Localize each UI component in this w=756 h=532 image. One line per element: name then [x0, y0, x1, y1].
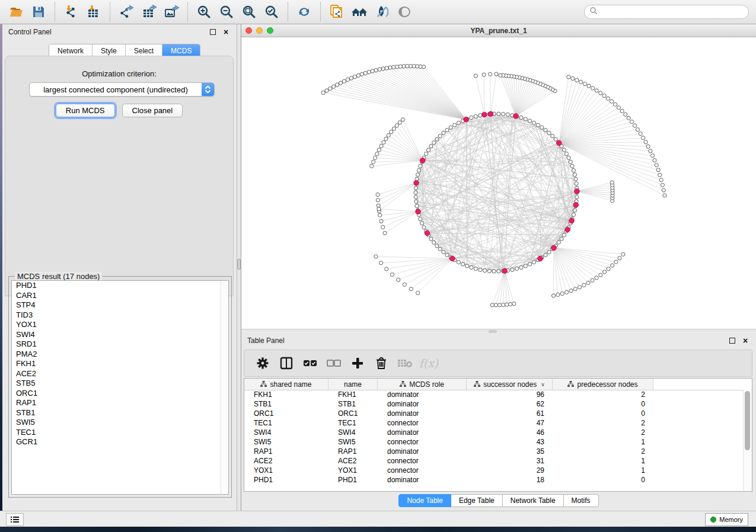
cell[interactable]: 2: [553, 428, 653, 437]
table-row[interactable]: PHD1PHD1dominator180: [244, 475, 744, 485]
network-leaf-node[interactable]: [371, 69, 374, 73]
network-leaf-node[interactable]: [663, 194, 666, 197]
network-window-titlebar[interactable]: YPA_prune.txt_1: [241, 24, 756, 37]
delete-icon[interactable]: [371, 353, 391, 373]
export-image-icon[interactable]: [162, 2, 181, 22]
mcds-result-item[interactable]: ACE2: [12, 369, 228, 379]
mcds-result-item[interactable]: SWI5: [12, 418, 228, 428]
network-leaf-node[interactable]: [374, 255, 378, 258]
network-leaf-node[interactable]: [569, 289, 573, 293]
network-node[interactable]: [470, 265, 473, 269]
network-leaf-node[interactable]: [613, 102, 617, 106]
network-leaf-node[interactable]: [630, 120, 633, 123]
network-node[interactable]: [449, 126, 452, 129]
cell[interactable]: dominator: [378, 447, 467, 456]
network-leaf-node[interactable]: [583, 82, 586, 85]
tab-style[interactable]: Style: [92, 44, 126, 57]
zoom-out-icon[interactable]: [217, 2, 236, 22]
table-row[interactable]: SWI5SWI5connector431: [244, 437, 744, 447]
network-leaf-node[interactable]: [335, 83, 339, 86]
network-leaf-node[interactable]: [474, 74, 477, 78]
table-row[interactable]: SWI4SWI4dominator462: [244, 428, 744, 437]
cell[interactable]: dominator: [378, 409, 467, 418]
network-leaf-node[interactable]: [624, 113, 627, 116]
network-node[interactable]: [435, 137, 439, 141]
network-leaf-node[interactable]: [392, 127, 395, 130]
network-leaf-node[interactable]: [656, 168, 660, 172]
network-mcds-node[interactable]: [575, 188, 580, 194]
mcds-result-item[interactable]: TEC1: [12, 428, 228, 438]
network-leaf-node[interactable]: [381, 67, 385, 70]
network-node[interactable]: [429, 145, 433, 148]
network-leaf-node[interactable]: [636, 128, 639, 132]
mcds-result-item[interactable]: SWI4: [12, 330, 228, 340]
mcds-result-item[interactable]: STB1: [12, 408, 228, 418]
network-leaf-node[interactable]: [376, 193, 379, 196]
mcds-result-list[interactable]: PHD1CAR1STP4TID3YOX1SWI4SRD1PMA2FKH1ACE2…: [11, 280, 229, 495]
run-mcds-button[interactable]: Run MCDS: [56, 104, 115, 117]
network-leaf-node[interactable]: [378, 68, 381, 71]
houses-icon[interactable]: [350, 2, 369, 22]
cell[interactable]: 1: [553, 438, 653, 446]
network-mcds-node[interactable]: [551, 245, 557, 251]
mcds-result-item[interactable]: STB5: [12, 379, 228, 389]
export-table-icon[interactable]: [139, 2, 158, 22]
network-leaf-node[interactable]: [575, 78, 579, 82]
cell[interactable]: 0: [553, 476, 653, 484]
network-node[interactable]: [544, 253, 547, 257]
network-node[interactable]: [554, 137, 557, 141]
cell[interactable]: STB1: [244, 400, 328, 408]
network-leaf-node[interactable]: [390, 130, 393, 134]
network-node[interactable]: [414, 200, 418, 203]
network-node[interactable]: [483, 269, 487, 273]
network-node[interactable]: [524, 264, 527, 268]
network-node[interactable]: [519, 116, 523, 119]
network-node[interactable]: [492, 270, 496, 273]
network-leaf-node[interactable]: [512, 302, 516, 306]
network-leaf-node[interactable]: [607, 267, 610, 271]
cell[interactable]: dominator: [378, 428, 467, 437]
network-leaf-node[interactable]: [378, 213, 382, 217]
mcds-result-item[interactable]: PMA2: [12, 350, 228, 360]
network-leaf-node[interactable]: [371, 160, 375, 164]
cell[interactable]: TEC1: [328, 419, 378, 427]
network-node[interactable]: [544, 129, 547, 132]
network-mcds-node[interactable]: [502, 268, 508, 274]
network-leaf-node[interactable]: [402, 65, 406, 68]
network-leaf-node[interactable]: [390, 273, 394, 276]
column-header-predecessor-nodes[interactable]: predecessor nodes: [553, 379, 653, 390]
network-leaf-node[interactable]: [639, 132, 642, 135]
optimization-criterion-select[interactable]: largest connected component (undirected): [29, 82, 215, 97]
network-leaf-node[interactable]: [384, 137, 388, 140]
network-node[interactable]: [422, 226, 426, 229]
network-node[interactable]: [506, 113, 509, 116]
network-leaf-node[interactable]: [627, 116, 630, 120]
network-leaf-node[interactable]: [325, 89, 328, 92]
network-leaf-node[interactable]: [610, 181, 614, 184]
table-row[interactable]: YOX1YOX1connector291: [244, 466, 744, 475]
cell[interactable]: ACE2: [244, 457, 328, 465]
network-leaf-node[interactable]: [382, 140, 385, 144]
eye-icon[interactable]: [395, 2, 414, 22]
network-leaf-node[interactable]: [646, 145, 650, 148]
network-node[interactable]: [457, 261, 460, 264]
network-leaf-node[interactable]: [565, 290, 569, 294]
network-leaf-node[interactable]: [375, 152, 379, 156]
network-leaf-node[interactable]: [392, 65, 395, 69]
network-leaf-node[interactable]: [587, 84, 591, 88]
cell[interactable]: 1: [553, 466, 653, 475]
network-node[interactable]: [574, 177, 578, 181]
cell[interactable]: SWI4: [328, 428, 378, 437]
network-leaf-node[interactable]: [621, 252, 625, 256]
network-leaf-node[interactable]: [403, 283, 406, 286]
cell[interactable]: PHD1: [328, 476, 378, 484]
network-leaf-node[interactable]: [495, 72, 498, 76]
network-node[interactable]: [435, 244, 439, 248]
network-leaf-node[interactable]: [328, 86, 332, 90]
open-session-icon[interactable]: [7, 2, 25, 22]
network-leaf-node[interactable]: [551, 294, 555, 297]
network-leaf-node[interactable]: [556, 293, 560, 296]
select-all-icon[interactable]: [300, 353, 320, 373]
network-node[interactable]: [461, 262, 464, 266]
network-leaf-node[interactable]: [505, 303, 509, 306]
